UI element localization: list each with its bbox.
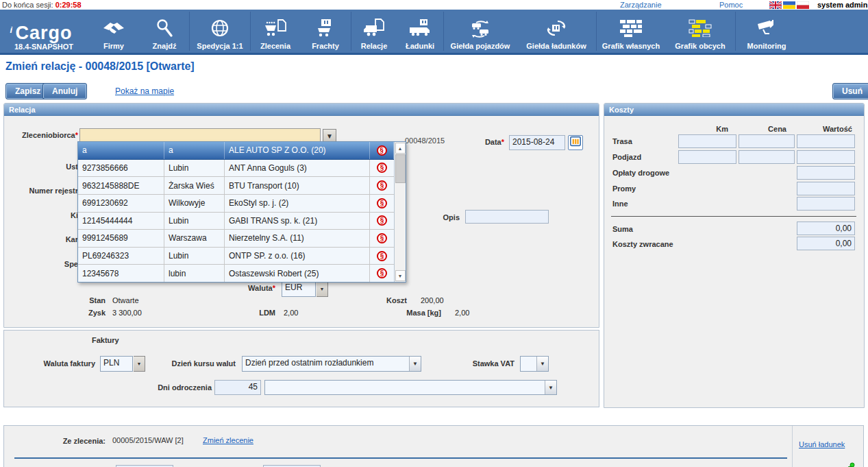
nav-item-ladunki[interactable]: Ładunki	[397, 10, 443, 53]
ladunek-section: Ze zlecenia: 00005/2015/WAW [2] Zmień zl…	[3, 425, 864, 467]
waluta-faktury-select[interactable]: PLN	[100, 356, 133, 372]
chevron-down-icon: ▼	[409, 357, 421, 371]
nav-label: Spedycja 1:1	[197, 42, 243, 50]
contractor-city: Lubin	[164, 160, 225, 177]
trasa-cena-input[interactable]	[739, 134, 795, 148]
scroll-up-icon[interactable]: ▲	[395, 143, 406, 154]
poland-flag-icon[interactable]	[797, 1, 809, 9]
dropdown-scrollbar[interactable]: ▲ ▼	[394, 142, 406, 282]
promy-input[interactable]	[797, 182, 855, 195]
law-paragraph-icon[interactable]: §	[370, 248, 394, 265]
law-paragraph-icon[interactable]: §	[370, 265, 394, 282]
law-paragraph-icon[interactable]: §	[370, 177, 394, 194]
podjazd-km-input[interactable]	[678, 150, 736, 164]
uk-flag-icon[interactable]	[769, 1, 782, 9]
inne-input[interactable]	[797, 197, 855, 211]
law-paragraph-icon[interactable]: §	[370, 142, 394, 159]
waluta-faktury-select-arrow[interactable]: ▼	[134, 356, 145, 372]
calendar-button[interactable]	[568, 135, 583, 150]
nav-item-gielda-ladunkow[interactable]: Giełda ładunków	[517, 10, 596, 53]
podjazd-wartosc-input[interactable]	[797, 150, 855, 164]
schedule-foreign-icon	[689, 16, 712, 40]
contractor-row[interactable]: 9273856666 Lubin ANT Anna Goguls (3) §	[78, 160, 394, 178]
waluta-faktury-value: PLN	[101, 357, 132, 371]
podjazd-cena-input[interactable]	[739, 150, 795, 164]
faktury-extra-value	[265, 381, 545, 394]
nav-item-frachty[interactable]: Frachty	[300, 10, 351, 53]
app-version: 18.4-SNAPSHOT	[14, 43, 73, 51]
nav-item-zlecenia[interactable]: Zlecenia	[251, 10, 300, 53]
contractor-row[interactable]: 12345678 lubin Ostaszewski Robert (25) §	[78, 265, 394, 282]
waluta-select-arrow[interactable]: ▼	[317, 280, 328, 297]
zmien-zlecenie-link[interactable]: Zmień zlecenie	[203, 436, 253, 444]
contractor-row[interactable]: 9991245689 Warszawa Nierzetelny S.A. (11…	[78, 230, 394, 248]
contractor-name: ALE AUTO SP Z O.O. (20)	[225, 142, 370, 159]
opis-input[interactable]	[465, 210, 549, 224]
session-label: Do końca sesji:	[2, 1, 53, 9]
km-column-header: Km	[678, 125, 736, 133]
session-countdown: Do końca sesji: 0:29:58	[2, 1, 82, 9]
usun-ladunek-link[interactable]: Usuń ładunek	[799, 440, 845, 448]
chevron-down-icon: ▼	[536, 357, 548, 371]
wartosc-column-header: Wartość	[797, 125, 855, 133]
nav-item-spedycja[interactable]: Spedycja 1:1	[190, 10, 250, 53]
contractor-row[interactable]: 6991230692 Wilkowyje EkoStyl sp. j. (2) …	[78, 195, 394, 213]
contractor-row[interactable]: 12145444444 Lubin GABI TRANS sp. k. (21)…	[78, 213, 394, 230]
nav-item-firmy[interactable]: Firmy	[88, 10, 140, 53]
zleceniobiorca-dropdown-button[interactable]: ▼	[323, 129, 336, 143]
law-paragraph-icon[interactable]: §	[370, 160, 394, 177]
ukraine-flag-icon[interactable]	[783, 1, 795, 9]
contractor-nip: PL69246323	[78, 248, 164, 265]
oplaty-drogowe-input[interactable]	[797, 166, 855, 180]
contractor-nip: 9991245689	[78, 230, 164, 247]
scrollbar-thumb[interactable]	[395, 154, 406, 183]
ladunek-divider-line	[14, 457, 787, 459]
dni-odroczenia-input[interactable]: 45	[214, 380, 261, 395]
faktury-extra-select[interactable]: ▼	[264, 380, 557, 395]
nav-item-grafik-wlasnych[interactable]: Grafik własnych	[597, 10, 665, 53]
management-link[interactable]: Zarządzanie	[620, 1, 662, 9]
waluta-label: Waluta*	[248, 284, 275, 292]
delete-button[interactable]: Usuń	[832, 83, 868, 99]
nav-label: Grafik własnych	[602, 42, 660, 50]
nav-item-znajdz[interactable]: Znajdź	[140, 10, 189, 53]
nav-item-grafik-obcych[interactable]: Grafik obcych	[665, 10, 735, 53]
magnifier-icon	[155, 16, 174, 40]
nav-item-gielda-pojazdow[interactable]: Giełda pojazdów	[444, 10, 517, 53]
relation-number: 00048/2015	[405, 136, 445, 145]
nav-item-monitoring[interactable]: Monitoring	[736, 10, 797, 53]
contractor-nip: 12345678	[78, 265, 164, 282]
suma-value: 0,00	[797, 221, 855, 235]
current-user: system admin	[817, 1, 867, 9]
app-logo[interactable]: iCargo 18.4-SNAPSHOT	[0, 10, 88, 53]
dzien-kursu-walut-value: Dzień przed ostatnim rozładunkiem	[243, 357, 409, 371]
inne-label: Inne	[612, 200, 628, 208]
contractor-row-selected[interactable]: a a ALE AUTO SP Z O.O. (20) §	[78, 142, 394, 160]
law-paragraph-icon[interactable]: §	[370, 213, 394, 230]
data-input[interactable]: 2015-08-24	[509, 135, 565, 150]
show-on-map-link[interactable]: Pokaż na mapie	[115, 86, 174, 96]
nav-item-relacje[interactable]: Relacje	[351, 10, 397, 53]
nav-label: Giełda ładunków	[526, 42, 586, 50]
trasa-label: Trasa	[612, 137, 632, 145]
masa-label: Masa [kg]	[406, 309, 441, 317]
contractor-row[interactable]: PL69246323 Lubin ONTP SP. z o.o. (16) §	[78, 248, 394, 265]
help-link[interactable]: Pomoc	[719, 1, 743, 9]
required-asterisk: *	[273, 284, 275, 292]
dzien-kursu-walut-select[interactable]: Dzień przed ostatnim rozładunkiem ▼	[242, 356, 421, 372]
cargo-exchange-icon	[545, 16, 567, 40]
law-paragraph-icon[interactable]: §	[370, 230, 394, 247]
required-asterisk: *	[501, 138, 504, 146]
contractor-nip: 9273856666	[78, 160, 164, 177]
cancel-button[interactable]: Anuluj	[42, 83, 87, 99]
scroll-down-icon[interactable]: ▼	[395, 270, 406, 281]
trasa-wartosc-input[interactable]	[797, 134, 855, 148]
zysk-label: Zysk	[88, 309, 106, 317]
law-paragraph-icon[interactable]: §	[370, 195, 394, 212]
truck-box-icon	[408, 16, 432, 40]
contractor-row[interactable]: 9632145888DE Żarska Wieś BTU Transport (…	[78, 177, 394, 195]
waluta-select[interactable]: EUR	[282, 280, 316, 297]
stawka-vat-select[interactable]: ▼	[520, 356, 549, 372]
trasa-km-input[interactable]	[678, 134, 736, 148]
contractor-nip: 9632145888DE	[78, 177, 164, 194]
